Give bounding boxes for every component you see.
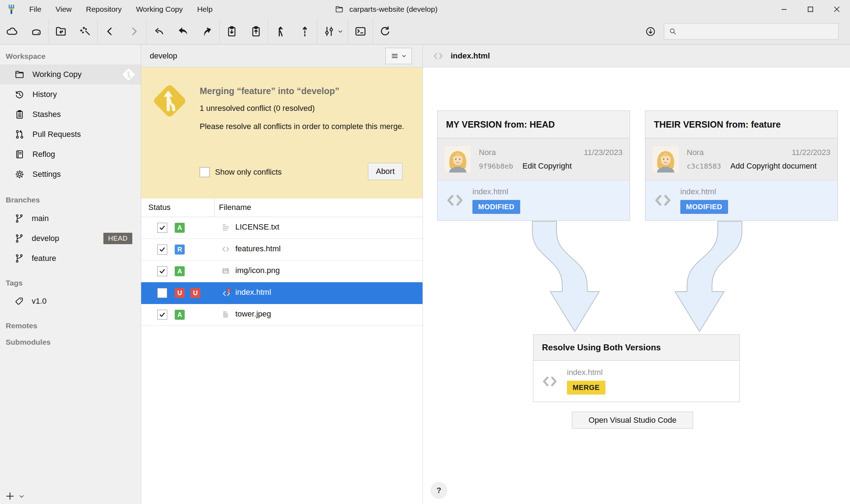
pop-stash-button[interactable] xyxy=(244,19,268,44)
close-button[interactable] xyxy=(824,0,850,19)
merge-icon xyxy=(274,25,287,38)
cloud-button[interactable] xyxy=(0,19,24,44)
open-visual-studio-code-button[interactable]: Open Visual Studio Code xyxy=(572,412,693,429)
sidebar-item-branch-develop[interactable]: develop HEAD xyxy=(0,228,141,248)
sidebar-item-history[interactable]: History xyxy=(0,84,141,104)
sidebar-item-reflog[interactable]: Reflog xyxy=(0,144,141,164)
file-checkbox-checked[interactable] xyxy=(157,266,167,276)
magic-wand-button[interactable] xyxy=(73,19,97,44)
show-only-conflicts-row: Show only conflicts xyxy=(200,167,282,177)
file-name: index.html xyxy=(567,368,605,377)
download-circle-icon[interactable] xyxy=(645,26,656,37)
menu-file[interactable]: File xyxy=(22,0,48,19)
pull-button[interactable] xyxy=(171,19,195,44)
sidebar-item-label: Working Copy xyxy=(32,70,82,79)
my-version-file-row: index.html MODIFIED xyxy=(437,180,630,220)
forward-button[interactable] xyxy=(122,19,146,44)
commit-message: Edit Copyright xyxy=(522,161,572,171)
their-version-commit: Nora 11/22/2023 c3c18583 Add Copyright d… xyxy=(645,138,838,180)
status-badge-renamed: R xyxy=(175,245,185,254)
open-folder-button[interactable] xyxy=(49,19,73,44)
conflict-resolution-panel: index.html MY VERSION from: HEAD xyxy=(423,45,850,504)
commit-hash: c3c18583 xyxy=(687,162,721,170)
status-badge-unmerged: U xyxy=(175,288,185,298)
merge-state-diamond-icon xyxy=(122,67,136,82)
status-badge-added: A xyxy=(175,266,185,276)
menu-view[interactable]: View xyxy=(48,0,79,19)
text-file-icon xyxy=(221,223,230,232)
file-checkbox-unchecked[interactable] xyxy=(157,288,167,298)
sidebar-item-stashes[interactable]: Stashes xyxy=(0,104,141,124)
table-row-index-html-selected[interactable]: U U index.html xyxy=(141,282,423,304)
branch-icon xyxy=(14,253,24,263)
hard-drive-button[interactable] xyxy=(24,19,48,44)
add-repository-button[interactable] xyxy=(5,491,25,501)
rebase-button[interactable] xyxy=(293,19,317,44)
rebase-icon xyxy=(298,25,311,38)
avatar xyxy=(652,146,679,173)
terminal-button[interactable] xyxy=(348,19,373,44)
file-checkbox-checked[interactable] xyxy=(157,245,167,254)
branch-graph-button[interactable] xyxy=(317,19,348,44)
sidebar-item-tag-v1[interactable]: v1.0 xyxy=(0,291,141,311)
help-button[interactable]: ? xyxy=(431,482,447,499)
code-file-conflict-icon xyxy=(221,288,232,299)
forward-icon xyxy=(128,25,140,37)
table-row-icon-png[interactable]: A img/icon.png xyxy=(141,261,423,282)
table-row-tower-jpeg[interactable]: A tower.jpeg xyxy=(141,304,423,326)
menubar: File View Repository Working Copy Help xyxy=(22,0,220,19)
pull-icon xyxy=(176,25,189,38)
checkmark-icon xyxy=(159,246,166,253)
modified-badge: MODIFIED xyxy=(680,200,728,214)
branch-icon xyxy=(14,214,24,223)
stash-button[interactable] xyxy=(220,19,244,44)
hamburger-icon xyxy=(391,52,399,60)
sidebar-item-label: Settings xyxy=(32,170,61,179)
plus-icon xyxy=(5,491,15,501)
main-layout: Workspace Working Copy History xyxy=(0,45,850,504)
file-checkbox-checked[interactable] xyxy=(157,310,167,320)
list-options-button[interactable] xyxy=(385,48,412,64)
file-table-header: Status Filename xyxy=(141,199,423,217)
refresh-button[interactable] xyxy=(373,19,397,44)
merge-button[interactable] xyxy=(268,19,293,44)
table-row-license[interactable]: A LICENSE.txt xyxy=(141,217,423,239)
sidebar-item-pull-requests[interactable]: Pull Requests xyxy=(0,124,141,144)
table-row-features[interactable]: R features.html xyxy=(141,239,423,261)
current-branch-label: develop xyxy=(150,51,177,61)
code-file-icon xyxy=(652,190,674,211)
menu-working-copy[interactable]: Working Copy xyxy=(129,0,190,19)
menu-help[interactable]: Help xyxy=(190,0,220,19)
tag-label: v1.0 xyxy=(32,297,47,306)
window-title: carparts-website (develop) xyxy=(335,5,437,14)
branch-graph-icon xyxy=(323,25,336,38)
show-only-conflicts-checkbox[interactable] xyxy=(200,167,210,177)
maximize-icon xyxy=(807,5,814,13)
search-box xyxy=(664,23,839,40)
my-version-header: MY VERSION from: HEAD xyxy=(437,111,630,138)
sidebar-item-label: Reflog xyxy=(32,150,55,159)
minimize-button[interactable] xyxy=(771,0,797,19)
chevron-down-icon xyxy=(401,53,406,58)
sidebar-item-settings[interactable]: Settings xyxy=(0,164,141,184)
commit-author: Nora xyxy=(479,148,496,157)
menu-repository[interactable]: Repository xyxy=(79,0,129,19)
search-input[interactable] xyxy=(681,27,834,36)
fetch-button[interactable] xyxy=(147,19,171,44)
back-button[interactable] xyxy=(98,19,122,44)
their-version-header: THEIR VERSION from: feature xyxy=(645,111,838,138)
file-checkbox-checked[interactable] xyxy=(157,223,167,233)
branch-label: feature xyxy=(32,254,56,263)
sidebar-item-working-copy[interactable]: Working Copy xyxy=(0,65,141,84)
abort-merge-button[interactable]: Abort xyxy=(368,163,403,180)
middle-panel-header: develop xyxy=(141,45,423,67)
sidebar-item-branch-main[interactable]: main xyxy=(0,209,141,228)
merge-conflict-banner: Merging “feature” into “develop” 1 unres… xyxy=(141,67,423,199)
stashes-icon xyxy=(14,109,25,120)
sidebar-item-branch-feature[interactable]: feature xyxy=(0,248,141,268)
column-divider[interactable] xyxy=(214,199,215,217)
left-merge-arrow xyxy=(532,221,599,331)
push-button[interactable] xyxy=(195,19,219,44)
maximize-button[interactable] xyxy=(797,0,824,19)
image-file-icon xyxy=(221,266,230,276)
